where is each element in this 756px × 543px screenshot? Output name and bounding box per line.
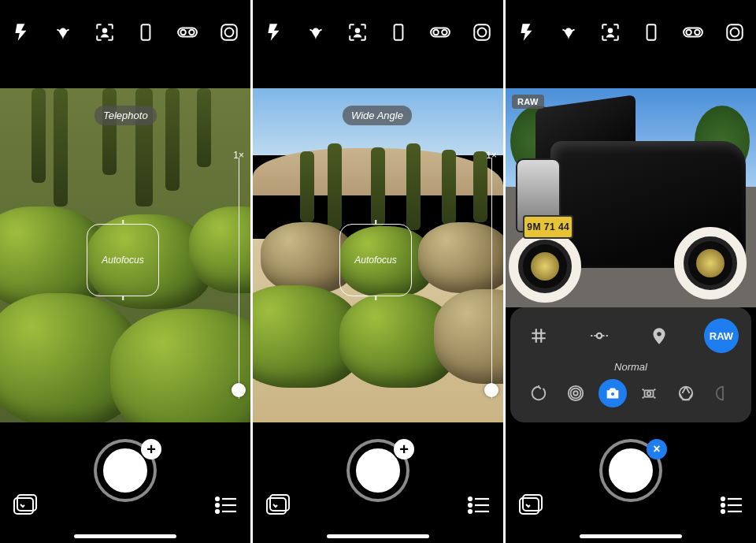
home-indicator[interactable] [327, 534, 429, 538]
aspect-icon[interactable] [641, 22, 662, 43]
bottom-bar: + [0, 425, 250, 543]
focus-label: Autofocus [354, 255, 396, 266]
svg-point-50 [721, 504, 724, 507]
svg-point-37 [596, 333, 602, 339]
raw-toggle-button[interactable]: RAW [704, 318, 739, 353]
svg-point-21 [478, 28, 487, 37]
portrait-icon[interactable] [347, 22, 368, 43]
top-toolbar [0, 0, 250, 47]
zoom-slider-thumb[interactable] [484, 383, 498, 397]
filter-icon[interactable] [724, 22, 745, 43]
svg-point-36 [731, 28, 739, 37]
svg-rect-31 [647, 24, 656, 40]
viewfinder[interactable]: Telephoto 1× Autofocus [0, 88, 250, 422]
home-indicator[interactable] [74, 534, 176, 538]
timer-mode-icon[interactable] [524, 379, 553, 407]
focus-label: Autofocus [102, 255, 143, 266]
svg-rect-5 [221, 24, 237, 40]
svg-point-4 [189, 30, 195, 35]
half-mode-icon[interactable] [709, 379, 737, 407]
svg-rect-1 [142, 24, 150, 40]
svg-point-33 [687, 30, 692, 35]
svg-point-40 [570, 389, 580, 399]
aperture-mode-icon[interactable] [672, 379, 700, 407]
svg-point-42 [610, 392, 615, 396]
lens-label: Telephoto [94, 106, 157, 125]
dual-lens-icon[interactable] [430, 22, 450, 43]
shutter-button[interactable]: + [97, 442, 154, 499]
svg-point-11 [216, 504, 219, 507]
macro-icon[interactable] [306, 22, 326, 43]
svg-point-6 [225, 28, 234, 37]
burst-mode-icon[interactable] [561, 379, 590, 407]
preview-scene: 9M 71 44 [506, 88, 756, 307]
zoom-slider[interactable] [239, 158, 240, 399]
viewfinder[interactable]: Wide Angle 1× Autofocus [253, 88, 503, 422]
focus-reticle[interactable]: Autofocus [339, 224, 412, 296]
portrait-icon[interactable] [94, 22, 115, 43]
settings-list-icon[interactable] [720, 496, 743, 515]
home-indicator[interactable] [580, 534, 682, 538]
macro-icon[interactable] [53, 22, 73, 43]
mode-row [523, 379, 739, 407]
flash-icon[interactable] [517, 22, 537, 43]
aspect-icon[interactable] [135, 22, 156, 43]
aspect-icon[interactable] [388, 22, 409, 43]
svg-point-38 [658, 332, 662, 336]
zoom-slider[interactable] [491, 158, 493, 399]
svg-rect-20 [474, 24, 490, 40]
shutter-plus-badge[interactable]: + [394, 439, 414, 459]
settings-list-icon[interactable] [467, 496, 491, 515]
svg-point-26 [469, 504, 472, 507]
normal-mode-icon[interactable] [598, 379, 627, 407]
svg-point-0 [102, 28, 107, 34]
stabilize-mode-icon[interactable] [635, 379, 663, 407]
svg-point-24 [469, 497, 472, 500]
focus-reticle[interactable]: Autofocus [87, 224, 159, 296]
bottom-bar: × [506, 425, 756, 543]
shutter-button[interactable]: + [350, 442, 406, 499]
svg-point-44 [647, 392, 651, 396]
camera-screen-telephoto: Telephoto 1× Autofocus + [0, 0, 250, 543]
camera-screen-raw-panel: 9M 71 44 RAW RAW Normal [506, 0, 756, 543]
svg-point-13 [216, 510, 219, 513]
svg-point-15 [354, 28, 360, 34]
portrait-icon[interactable] [600, 22, 621, 43]
svg-point-39 [573, 391, 578, 396]
filter-icon[interactable] [472, 22, 492, 43]
svg-rect-16 [395, 24, 403, 40]
svg-point-52 [721, 510, 724, 513]
top-toolbar [506, 0, 756, 47]
svg-point-48 [721, 497, 724, 500]
location-icon[interactable] [643, 320, 675, 351]
bottom-bar: + [253, 425, 503, 543]
camera-screen-wide: Wide Angle 1× Autofocus + [253, 0, 503, 543]
shutter-plus-badge[interactable]: + [141, 439, 161, 459]
gallery-icon[interactable] [265, 493, 292, 516]
top-toolbar [253, 0, 503, 47]
svg-point-28 [469, 510, 472, 513]
dual-lens-icon[interactable] [177, 22, 198, 43]
level-icon[interactable] [584, 320, 615, 351]
lens-label: Wide Angle [343, 106, 412, 125]
license-plate: 9M 71 44 [523, 215, 573, 239]
shutter-button[interactable]: × [602, 442, 659, 499]
gallery-icon[interactable] [518, 493, 545, 516]
dual-lens-icon[interactable] [683, 22, 703, 43]
macro-icon[interactable] [558, 22, 579, 43]
svg-point-18 [434, 30, 439, 35]
settings-list-icon[interactable] [214, 496, 238, 515]
raw-badge: RAW [512, 95, 544, 109]
flash-icon[interactable] [11, 22, 32, 43]
options-panel: RAW Normal [510, 307, 751, 422]
svg-point-9 [216, 497, 219, 500]
flash-icon[interactable] [264, 22, 284, 43]
filter-icon[interactable] [219, 22, 239, 43]
zoom-slider-thumb[interactable] [232, 383, 246, 397]
shutter-close-badge[interactable]: × [647, 439, 667, 459]
gallery-icon[interactable] [13, 493, 39, 516]
svg-point-3 [181, 30, 187, 35]
svg-point-34 [695, 30, 700, 35]
grid-icon[interactable] [523, 320, 554, 351]
viewfinder[interactable]: 9M 71 44 RAW [506, 88, 756, 307]
